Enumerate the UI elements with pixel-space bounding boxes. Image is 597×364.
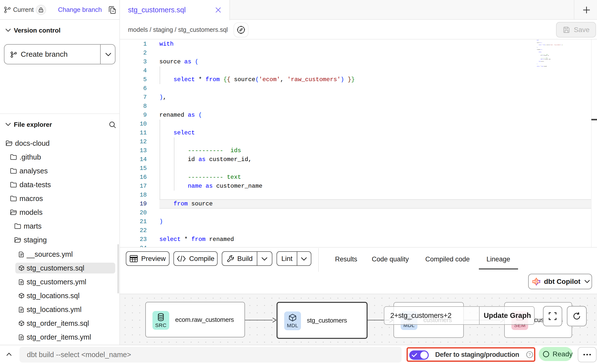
svg-text:?: ? <box>528 352 531 357</box>
